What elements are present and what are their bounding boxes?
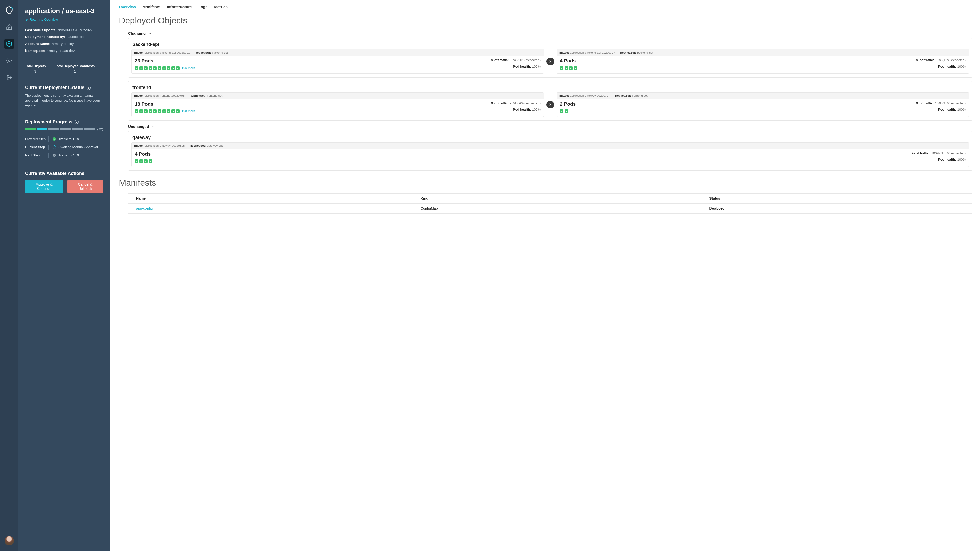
actions-heading: Currently Available Actions (25, 171, 103, 176)
group-changing[interactable]: Changing (128, 31, 972, 35)
svg-point-0 (11, 7, 12, 8)
pod-check-icon (153, 66, 157, 70)
pod-check-icon (162, 66, 166, 70)
check-circle-icon (52, 137, 56, 141)
back-link[interactable]: Return to Overview (25, 17, 103, 21)
table-header-name: Name (128, 194, 413, 203)
gear-icon[interactable] (4, 56, 14, 66)
table-header-kind: Kind (413, 194, 702, 203)
tab-overview[interactable]: Overview (119, 5, 136, 9)
manifests-heading: Manifests (119, 178, 972, 188)
pod-check-icon (135, 110, 138, 113)
card-backend-api: backend-api Image:application-backend-ap… (128, 38, 972, 78)
svg-point-6 (56, 147, 56, 148)
pod-check-icon (144, 66, 148, 70)
pod-check-icon (565, 110, 568, 113)
svg-point-7 (55, 148, 56, 149)
pod-check-icon (167, 66, 170, 70)
svg-point-8 (53, 148, 54, 149)
tab-logs[interactable]: Logs (198, 5, 207, 9)
sidebar: application / us-east-3 Return to Overvi… (18, 0, 110, 551)
table-header-status: Status (702, 194, 972, 203)
pod-check-icon (148, 66, 152, 70)
svg-point-1 (12, 8, 13, 9)
pod-check-icon (144, 110, 148, 113)
approve-button[interactable]: Approve & Continue (25, 180, 63, 193)
svg-point-2 (8, 60, 10, 62)
deployed-heading: Deployed Objects (119, 16, 972, 25)
meta-status-update: Last status update:9:35AM EST, 7/7/2022 (25, 28, 103, 32)
pod-check-icon (139, 66, 143, 70)
pod-check-icon (167, 110, 170, 113)
page-title: application / us-east-3 (25, 7, 103, 15)
status-text: The deployment is currently awaiting a m… (25, 94, 103, 108)
status-heading: Current Deployment Statusi (25, 85, 103, 90)
package-icon[interactable] (4, 39, 14, 49)
card-gateway: gateway Image:application-gateway-202205… (128, 131, 972, 171)
pod-check-icon (148, 159, 152, 163)
meta-namespace: Namespace:armory-cdaas-dev (25, 49, 103, 52)
avatar[interactable] (5, 536, 14, 545)
meta-account-name: Account Name:armory-deploy (25, 42, 103, 46)
tab-infrastructure[interactable]: Infrastructure (167, 5, 192, 9)
more-pods-link[interactable]: +26 more (182, 66, 195, 70)
table-row: app-config ConfigMap Deployed (128, 203, 972, 213)
main: Overview Manifests Infrastructure Logs M… (110, 0, 980, 551)
pod-check-icon (560, 110, 563, 113)
pod-check-icon (148, 110, 152, 113)
pod-check-icon (158, 66, 161, 70)
chevron-down-icon (151, 125, 155, 128)
spinner-icon (52, 145, 56, 149)
pending-icon (52, 153, 56, 157)
nav-rail (0, 0, 18, 551)
pod-check-icon (158, 110, 161, 113)
pod-check-icon (139, 110, 143, 113)
pod-check-icon (172, 66, 175, 70)
back-link-label: Return to Overview (30, 17, 58, 21)
pod-check-icon (176, 110, 180, 113)
progress-bar: (2/6) (25, 128, 103, 131)
meta-initiated-by: Deployment initiated by:pauldipietro (25, 35, 103, 39)
progress-steps: Previous Step Traffic to 10% Current Ste… (25, 135, 103, 159)
progress-heading: Deployment Progressi (25, 119, 103, 125)
pod-check-icon (565, 66, 568, 70)
logout-icon[interactable] (4, 73, 14, 83)
pod-check-icon (153, 110, 157, 113)
pod-check-icon (162, 110, 166, 113)
pod-check-icon (135, 66, 138, 70)
home-icon[interactable] (4, 22, 14, 32)
tab-manifests[interactable]: Manifests (143, 5, 160, 9)
pod-check-icon (172, 110, 175, 113)
tabs: Overview Manifests Infrastructure Logs M… (119, 5, 972, 9)
group-unchanged[interactable]: Unchanged (128, 124, 972, 129)
svg-point-4 (54, 145, 55, 146)
card-frontend: frontend Image:application-frontend-2022… (128, 81, 972, 121)
chevron-down-icon (148, 32, 152, 35)
svg-point-5 (55, 146, 56, 146)
info-icon[interactable]: i (86, 86, 91, 90)
pod-check-icon (144, 159, 148, 163)
arrow-right-icon (546, 101, 554, 108)
pod-check-icon (560, 66, 563, 70)
svg-point-9 (52, 147, 53, 148)
totals: Total Objects3 Total Deployed Manifests1 (25, 64, 103, 73)
tab-metrics[interactable]: Metrics (214, 5, 228, 9)
more-pods-link[interactable]: +28 more (182, 110, 195, 113)
pod-check-icon (569, 66, 573, 70)
svg-rect-12 (54, 155, 55, 156)
info-icon[interactable]: i (75, 120, 79, 124)
cancel-button[interactable]: Cancel & Rollback (67, 180, 103, 193)
manifests-table: Name Kind Status app-config ConfigMap De… (128, 193, 972, 213)
pod-check-icon (574, 66, 577, 70)
arrow-right-icon (546, 58, 554, 65)
pod-check-icon (135, 159, 138, 163)
logo-icon[interactable] (4, 5, 14, 15)
pod-check-icon (176, 66, 180, 70)
pod-check-icon (139, 159, 143, 163)
manifest-link[interactable]: app-config (128, 203, 413, 213)
